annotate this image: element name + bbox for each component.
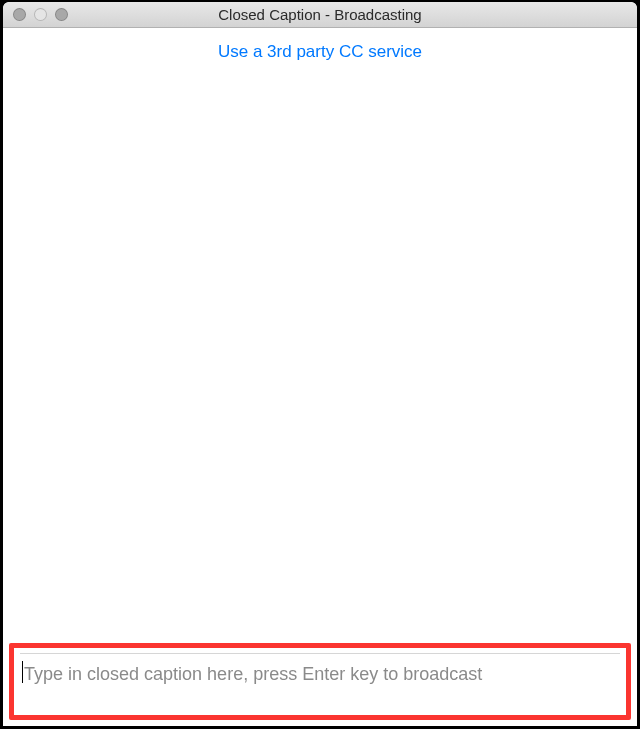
- text-cursor-icon: [22, 661, 23, 683]
- window-controls: [3, 8, 68, 21]
- caption-input[interactable]: [20, 654, 620, 685]
- caption-input-highlight: [9, 643, 631, 720]
- window-title: Closed Caption - Broadcasting: [3, 6, 637, 23]
- caption-display-area: [3, 62, 637, 643]
- third-party-cc-link[interactable]: Use a 3rd party CC service: [218, 42, 422, 61]
- close-window-button[interactable]: [13, 8, 26, 21]
- maximize-window-button[interactable]: [55, 8, 68, 21]
- content-area: Use a 3rd party CC service: [3, 28, 637, 726]
- link-row: Use a 3rd party CC service: [3, 28, 637, 62]
- caption-input-container: [20, 653, 620, 685]
- titlebar: Closed Caption - Broadcasting: [3, 2, 637, 28]
- closed-caption-window: Closed Caption - Broadcasting Use a 3rd …: [3, 2, 637, 726]
- minimize-window-button[interactable]: [34, 8, 47, 21]
